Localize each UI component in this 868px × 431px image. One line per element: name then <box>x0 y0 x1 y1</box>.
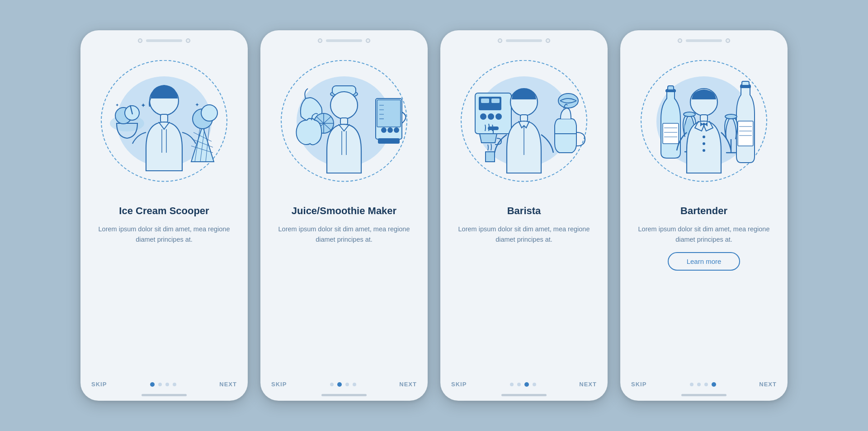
phone-camera-1b <box>186 38 190 43</box>
dots-3 <box>510 382 536 387</box>
svg-point-77 <box>703 123 705 126</box>
card-title-3: Barista <box>507 205 541 218</box>
phone-camera-1 <box>138 38 142 43</box>
svg-text:✦: ✦ <box>195 102 199 108</box>
home-indicator-1 <box>142 394 187 396</box>
home-indicator-2 <box>321 394 367 396</box>
svg-point-65 <box>684 112 695 117</box>
phone-card-3: Barista Lorem ipsum dolor sit dim amet, … <box>440 30 608 401</box>
illustration-area-1: ✦ ✦ ✦ <box>80 47 248 200</box>
content-area-2: Juice/Smoothie Maker Lorem ipsum dolor s… <box>260 200 428 376</box>
dot-2-1 <box>330 383 334 386</box>
bottom-nav-2: SKIP NEXT <box>260 376 428 391</box>
dot-3-2 <box>517 383 521 386</box>
bottom-nav-1: SKIP NEXT <box>80 376 248 391</box>
dot-4-1 <box>690 383 693 386</box>
bartender-illustration <box>632 53 776 193</box>
card-desc-1: Lorem ipsum dolor sit dim amet, mea regi… <box>94 224 234 245</box>
next-button-3[interactable]: NEXT <box>579 381 597 388</box>
svg-point-31 <box>394 127 399 133</box>
phone-speaker-3 <box>506 39 542 42</box>
barista-illustration <box>452 53 596 193</box>
dot-1-4 <box>173 383 176 386</box>
learn-more-button[interactable]: Learn more <box>668 252 741 271</box>
card-desc-3: Lorem ipsum dolor sit dim amet, mea regi… <box>454 224 594 245</box>
dot-2-4 <box>353 383 356 386</box>
svg-rect-76 <box>700 115 708 122</box>
dot-2-2 <box>337 382 342 387</box>
next-button-1[interactable]: NEXT <box>219 381 237 388</box>
content-area-4: Bartender Lorem ipsum dolor sit dim amet… <box>620 200 788 376</box>
illustration-area-3 <box>440 47 608 200</box>
svg-point-51 <box>495 113 502 120</box>
illustration-area-2 <box>260 47 428 200</box>
phone-camera-3b <box>546 38 550 43</box>
bottom-nav-4: SKIP NEXT <box>620 376 788 391</box>
svg-point-73 <box>725 114 737 119</box>
skip-button-1[interactable]: SKIP <box>91 381 107 388</box>
svg-point-29 <box>381 127 387 133</box>
svg-point-49 <box>480 113 486 120</box>
phone-top-3 <box>440 30 608 47</box>
dots-4 <box>690 382 716 387</box>
home-indicator-3 <box>501 394 547 396</box>
next-button-2[interactable]: NEXT <box>399 381 417 388</box>
phone-card-1: ✦ ✦ ✦ <box>80 30 248 401</box>
phone-camera-2 <box>318 38 322 43</box>
svg-rect-48 <box>491 98 500 103</box>
dot-1-1 <box>150 382 155 387</box>
dots-2 <box>330 382 356 387</box>
svg-rect-20 <box>160 114 168 122</box>
phone-camera-4 <box>678 38 682 43</box>
phone-camera-3 <box>498 38 502 43</box>
phone-top-1 <box>80 30 248 47</box>
svg-point-50 <box>488 113 494 120</box>
phone-camera-4b <box>726 38 730 43</box>
svg-rect-32 <box>378 138 400 144</box>
svg-text:✦: ✦ <box>115 103 119 108</box>
phone-speaker-1 <box>146 39 182 42</box>
dot-1-3 <box>165 383 169 386</box>
svg-rect-61 <box>663 123 679 144</box>
card-desc-2: Lorem ipsum dolor sit dim amet, mea regi… <box>274 224 414 245</box>
dot-2-3 <box>345 383 349 386</box>
dot-4-3 <box>704 383 708 386</box>
svg-rect-68 <box>740 85 751 88</box>
dot-3-4 <box>533 383 536 386</box>
illustration-area-4 <box>620 47 788 200</box>
dot-4-2 <box>697 383 701 386</box>
home-indicator-4 <box>681 394 726 396</box>
phone-top-4 <box>620 30 788 47</box>
card-title-4: Bartender <box>680 205 727 218</box>
svg-point-80 <box>703 149 705 152</box>
skip-button-2[interactable]: SKIP <box>271 381 287 388</box>
phone-speaker-4 <box>686 39 722 42</box>
phone-top-2 <box>260 30 428 47</box>
phones-container: ✦ ✦ ✦ <box>80 30 788 401</box>
phone-card-4: Bartender Lorem ipsum dolor sit dim amet… <box>620 30 788 401</box>
svg-rect-69 <box>738 121 753 146</box>
svg-rect-24 <box>377 100 401 127</box>
bottom-nav-3: SKIP NEXT <box>440 376 608 391</box>
dot-1-2 <box>158 383 162 386</box>
card-title-1: Ice Cream Scooper <box>119 205 209 218</box>
card-desc-4: Lorem ipsum dolor sit dim amet, mea regi… <box>634 224 774 245</box>
dot-4-4 <box>712 382 716 387</box>
ice-cream-illustration: ✦ ✦ ✦ <box>92 53 236 193</box>
skip-button-3[interactable]: SKIP <box>451 381 467 388</box>
svg-rect-60 <box>665 89 676 92</box>
phone-camera-2b <box>366 38 370 43</box>
juice-illustration <box>272 53 416 193</box>
skip-button-4[interactable]: SKIP <box>631 381 646 388</box>
dot-3-3 <box>524 382 529 387</box>
next-button-4[interactable]: NEXT <box>759 381 777 388</box>
svg-rect-57 <box>520 115 528 122</box>
svg-rect-42 <box>340 118 348 125</box>
phone-card-2: Juice/Smoothie Maker Lorem ipsum dolor s… <box>260 30 428 401</box>
dots-1 <box>150 382 176 387</box>
dot-3-1 <box>510 383 514 386</box>
svg-point-54 <box>558 94 578 108</box>
content-area-3: Barista Lorem ipsum dolor sit dim amet, … <box>440 200 608 376</box>
card-title-2: Juice/Smoothie Maker <box>292 205 396 218</box>
phone-speaker-2 <box>326 39 362 42</box>
